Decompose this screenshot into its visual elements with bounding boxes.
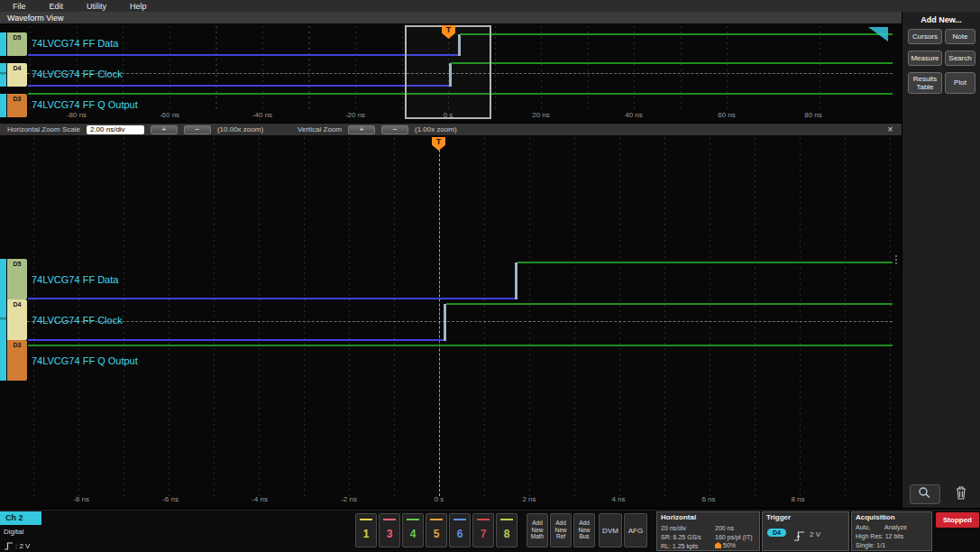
menu-file[interactable]: File: [13, 2, 26, 11]
acquisition-resolution: High Res: 12 bits: [856, 533, 903, 539]
x-tick-label: 2 ns: [522, 495, 536, 503]
channel-tab-d5[interactable]: D5: [7, 32, 27, 56]
x-tick-label: -60 ns: [160, 111, 179, 119]
horizontal-position: 50%: [715, 542, 736, 548]
acquisition-panel-title: Acquisition: [856, 513, 895, 521]
panel-resize-handle[interactable]: [895, 253, 897, 266]
q-output-waveform-high: [28, 345, 893, 346]
x-tick-label: 20 ns: [532, 111, 550, 119]
data-waveform-high: [517, 262, 893, 263]
add-results-table-button[interactable]: Results Table: [908, 72, 942, 94]
horizontal-scale: 20 ns/div: [661, 525, 686, 531]
grip-icon[interactable]: <>: [0, 70, 6, 76]
trash-icon: [955, 485, 967, 503]
add-new-ref-button[interactable]: AddNewRef: [550, 513, 572, 547]
zoom-mode-button[interactable]: [910, 484, 940, 504]
main-grid: [27, 137, 893, 496]
horizontal-zoom-scale-input[interactable]: 2.00 ns/div: [87, 125, 144, 134]
afg-button[interactable]: AFG: [624, 513, 647, 547]
v-zoom-decrease-button[interactable]: −: [381, 125, 408, 134]
zoomed-waveform-area[interactable]: T D5 <> D4 D3 74LVCG74 FF Data 74LVCG74 …: [0, 135, 902, 508]
channel-tab-d5[interactable]: D5: [7, 259, 27, 299]
close-zoom-icon[interactable]: ×: [884, 124, 896, 135]
waveform-view-title: Waveform View: [7, 14, 64, 23]
data-waveform-low: [28, 298, 515, 299]
edge-icon: [4, 538, 14, 552]
overview-waveform-area[interactable]: T D5 <> D4 D3 74LVCG74 FF Data 74LVCG74 …: [0, 23, 902, 123]
dvm-button[interactable]: DVM: [599, 513, 622, 547]
channel-tab-d4[interactable]: D4: [7, 63, 27, 87]
add-note-button[interactable]: Note: [945, 29, 975, 44]
horizontal-panel[interactable]: Horizontal 20 ns/div 200 ns SR: 6.25 GS/…: [656, 511, 760, 551]
record-length: RL: 1.25 kpts: [661, 543, 698, 549]
add-new-math-button[interactable]: AddNewMath: [527, 513, 548, 547]
trigger-slope-icon: [793, 529, 805, 545]
clock-waveform-high: [451, 62, 893, 64]
data-waveform-low: [28, 54, 458, 56]
h-zoom-increase-button[interactable]: +: [151, 125, 178, 134]
channel-label-d3: 74LVCG74 FF Q Output: [32, 355, 138, 366]
add-measure-button[interactable]: Measure: [908, 51, 942, 66]
data-waveform-edge: [515, 262, 517, 299]
x-tick-label: 60 ns: [718, 111, 736, 119]
stopped-status-badge[interactable]: Stopped: [936, 512, 979, 528]
channel-button-8[interactable]: 8: [496, 513, 517, 547]
channel-button-1[interactable]: 1: [355, 513, 377, 547]
trigger-panel[interactable]: Trigger D4 2 V: [762, 511, 849, 551]
channel-button-4[interactable]: 4: [402, 513, 424, 547]
sample-rate: SR: 6.25 GS/s: [661, 534, 701, 540]
add-plot-button[interactable]: Plot: [945, 72, 975, 94]
channel-drag-handle-d5[interactable]: [0, 259, 6, 299]
v-zoom-increase-button[interactable]: +: [348, 125, 375, 134]
x-tick-label: -4 ns: [252, 495, 268, 503]
add-cursors-button[interactable]: Cursors: [908, 29, 942, 44]
channel-drag-handle-d3[interactable]: [0, 340, 6, 381]
main-center-gridline: [27, 321, 893, 322]
trash-button[interactable]: [946, 484, 976, 504]
channel-button-6[interactable]: 6: [449, 513, 471, 547]
channel-label-d5: 74LVCG74 FF Data: [32, 274, 118, 285]
menu-help[interactable]: Help: [130, 2, 147, 11]
clock-waveform-high: [446, 303, 893, 305]
h-zoom-decrease-button[interactable]: −: [184, 125, 211, 134]
data-waveform-high: [460, 33, 893, 35]
channel-label-d4: 74LVCG74 FF Clock: [32, 315, 123, 326]
x-tick-label: 6 ns: [701, 495, 715, 503]
acquisition-panel[interactable]: Acquisition Auto, Analyze High Res: 12 b…: [851, 511, 932, 551]
clock-waveform-edge: [444, 304, 446, 341]
acquisition-single: Single: 1/1: [856, 542, 885, 548]
trigger-position-line: [439, 150, 440, 496]
menu-bar: File Edit Utility Help: [0, 0, 980, 12]
add-new-bus-button[interactable]: AddNewBus: [573, 513, 595, 547]
x-tick-label: 0 s: [435, 495, 444, 503]
waveform-view-bar[interactable]: Waveform View: [0, 12, 902, 23]
menu-edit[interactable]: Edit: [50, 2, 64, 11]
channel-drag-handle-d3[interactable]: [0, 94, 6, 117]
x-tick-label: -6 ns: [162, 495, 179, 503]
channel-label-d3: 74LVCG74 FF Q Output: [32, 99, 138, 110]
channel-label-d4: 74LVCG74 FF Clock: [32, 69, 123, 79]
add-new-row: AddNewMath AddNewRef AddNewBus: [527, 513, 595, 547]
add-new-title: Add New...: [902, 15, 980, 24]
acquisition-mode: Auto,: [856, 524, 870, 530]
channel-button-3[interactable]: 3: [379, 513, 400, 547]
v-zoom-readout: (1.00x zoom): [415, 125, 457, 133]
results-sidebar: Add New... Cursors Note Measure Search R…: [902, 12, 980, 508]
channel-tab-d3[interactable]: D3: [7, 340, 27, 381]
channel-drag-handle-d5[interactable]: [0, 32, 6, 56]
menu-utility[interactable]: Utility: [87, 2, 106, 11]
add-search-button[interactable]: Search: [945, 51, 975, 66]
horizontal-window: 200 ns: [715, 525, 734, 531]
channel-tab-d3[interactable]: D3: [7, 94, 27, 117]
x-tick-label: -80 ns: [67, 111, 87, 119]
channel-tab-d4[interactable]: D4: [7, 299, 27, 340]
clock-waveform-low: [28, 85, 449, 87]
trigger-level: 2 V: [810, 530, 820, 538]
channel-button-5[interactable]: 5: [426, 513, 447, 547]
h-zoom-readout: (10.00x zoom): [217, 125, 263, 133]
channel-button-7[interactable]: 7: [472, 513, 494, 547]
channel-2-badge[interactable]: Ch 2: [0, 511, 41, 525]
zoom-toolbar: Horizontal Zoom Scale 2.00 ns/div + − (1…: [0, 124, 902, 135]
grip-icon[interactable]: <>: [0, 316, 6, 321]
zoom-window-box[interactable]: [405, 25, 491, 119]
